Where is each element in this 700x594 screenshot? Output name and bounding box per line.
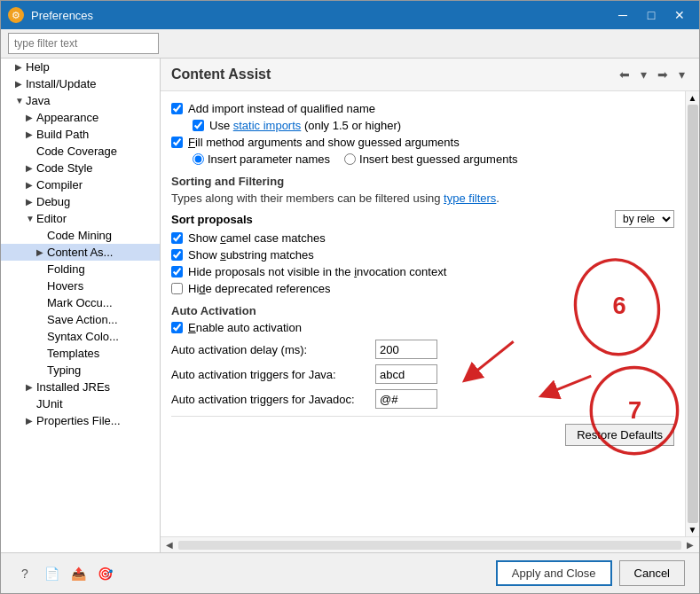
sidebar-item-properties-file[interactable]: ▶ Properties File... (1, 412, 160, 429)
sidebar-item-code-mining[interactable]: Code Mining (1, 227, 160, 244)
hide-deprecated-label: Hide deprecated references (188, 282, 330, 295)
restore-defaults-button[interactable]: Restore Defaults (565, 424, 674, 446)
sidebar-item-build-path[interactable]: ▶ Build Path (1, 126, 160, 143)
hide-deprecated-checkbox[interactable] (171, 283, 183, 294)
show-substring-label: Show substring matches (188, 248, 314, 262)
arrow-icon (36, 315, 47, 324)
triggers-javadoc-input[interactable] (375, 389, 437, 409)
arrow-icon (36, 348, 47, 358)
scroll-thumb[interactable] (688, 105, 698, 523)
triggers-java-input[interactable] (375, 364, 437, 384)
sorting-section-desc: Types along with their members can be fi… (171, 191, 674, 205)
sidebar-item-install-update[interactable]: ▶ Install/Update (1, 75, 160, 92)
static-imports-label: Use static imports (only 1.5 or higher) (209, 119, 401, 132)
radio-insert-params-input[interactable] (193, 153, 204, 165)
sidebar-item-mark-occurrences[interactable]: Mark Occu... (1, 294, 160, 311)
show-camel-checkbox[interactable] (171, 232, 183, 244)
right-scrollbar[interactable]: ▲ ▼ (685, 91, 699, 536)
sidebar-item-hovers[interactable]: Hovers (1, 277, 160, 294)
sidebar-item-syntax-coloring[interactable]: Syntax Colo... (1, 328, 160, 345)
radio-insert-params-label: Insert parameter names (208, 152, 330, 166)
radio-insert-guessed-input[interactable] (344, 153, 356, 165)
radio-insert-guessed-label: Insert best guessed arguments (359, 152, 518, 166)
sidebar-item-junit[interactable]: JUnit (1, 395, 160, 412)
help-icon-button[interactable]: ? (15, 564, 35, 583)
auto-activation-title: Auto Activation (171, 304, 674, 317)
enable-auto-label: Enable auto activation (188, 321, 302, 334)
footer-icons: ? 📄 📤 🎯 (15, 564, 114, 583)
add-import-label: Add import instead of qualified name (188, 102, 375, 115)
footer: ? 📄 📤 🎯 Apply and Close Cancel (1, 552, 699, 593)
substring-row: Show substring matches (171, 248, 674, 262)
window-title: Preferences (31, 9, 610, 22)
export-icon-button[interactable]: 📄 (42, 564, 61, 583)
sidebar-item-templates[interactable]: Templates (1, 345, 160, 362)
sidebar-item-content-assist[interactable]: ▶ Content As... (1, 244, 160, 261)
sidebar-item-code-style[interactable]: ▶ Code Style (1, 160, 160, 176)
arrow-icon: ▶ (15, 62, 26, 72)
sidebar-item-java[interactable]: ▼ Java (1, 92, 160, 109)
scroll-up-arrow[interactable]: ▲ (688, 93, 697, 103)
apply-close-button[interactable]: Apply and Close (496, 560, 612, 586)
add-import-checkbox[interactable] (171, 103, 183, 114)
triggers-javadoc-row: Auto activation triggers for Javadoc: (171, 389, 674, 409)
close-button[interactable]: ✕ (667, 6, 692, 24)
hide-proposals-label: Hide proposals not visible in the invoca… (188, 265, 446, 278)
arrow-icon: ▶ (26, 382, 36, 392)
forward-arrow[interactable]: ➡ (654, 66, 672, 83)
sort-proposals-label: Sort proposals (171, 213, 253, 226)
nav-dropdown[interactable]: ▾ (637, 66, 650, 83)
bottom-scrollbar[interactable]: ◀ ▶ (161, 536, 699, 552)
sidebar-item-folding[interactable]: Folding (1, 261, 160, 277)
delay-input[interactable] (375, 340, 437, 359)
back-arrow[interactable]: ⬅ (616, 66, 633, 83)
scroll-down-arrow[interactable]: ▼ (688, 525, 697, 535)
scroll-left-arrow[interactable]: ◀ (164, 540, 175, 550)
sidebar-item-editor[interactable]: ▼ Editor (1, 210, 160, 227)
delay-label: Auto activation delay (ms): (171, 343, 375, 356)
window-controls: ─ □ ✕ (610, 6, 692, 24)
sidebar-item-label: Java (26, 94, 50, 107)
sidebar-item-save-actions[interactable]: Save Action... (1, 311, 160, 328)
nav-dropdown2[interactable]: ▾ (675, 66, 688, 83)
body: ▶ Help ▶ Install/Update ▼ Java ▶ Appeara… (1, 59, 699, 552)
type-filters-link[interactable]: type filters (444, 191, 496, 205)
import-icon-button[interactable]: 📤 (68, 564, 88, 583)
maximize-button[interactable]: □ (639, 6, 664, 24)
radio-insert-params[interactable]: Insert parameter names (193, 152, 330, 166)
sidebar-item-label: Install/Update (26, 77, 97, 90)
sidebar-item-label: Build Path (36, 128, 89, 141)
sidebar-item-compiler[interactable]: ▶ Compiler (1, 176, 160, 193)
sidebar-item-label: Properties File... (36, 414, 121, 427)
minimize-button[interactable]: ─ (610, 6, 635, 24)
sidebar-item-label: Help (26, 60, 50, 74)
horizontal-scroll-track[interactable] (178, 541, 681, 550)
sort-combo[interactable]: by rele (615, 210, 674, 228)
scroll-right-arrow[interactable]: ▶ (685, 540, 696, 550)
radio-insert-guessed[interactable]: Insert best guessed arguments (344, 152, 518, 166)
sidebar-item-installed-jres[interactable]: ▶ Installed JREs (1, 379, 160, 395)
sidebar-item-typing[interactable]: Typing (1, 362, 160, 379)
app-icon: ⚙ (8, 7, 24, 23)
sidebar-item-debug[interactable]: ▶ Debug (1, 193, 160, 210)
static-imports-checkbox[interactable] (193, 120, 204, 131)
sidebar-item-label: Debug (36, 195, 70, 208)
hide-proposals-checkbox[interactable] (171, 266, 183, 277)
cancel-button[interactable]: Cancel (619, 560, 685, 586)
filter-input[interactable] (8, 33, 159, 54)
sidebar-item-appearance[interactable]: ▶ Appearance (1, 109, 160, 126)
sidebar-item-label: Hovers (47, 279, 83, 293)
enable-auto-checkbox[interactable] (171, 322, 183, 333)
show-substring-checkbox[interactable] (171, 249, 183, 261)
auto-activation-section: Auto Activation Enable auto activation A… (171, 304, 674, 409)
sort-proposals-row: Sort proposals by rele (171, 210, 674, 228)
arrow-icon: ▶ (26, 163, 36, 173)
static-imports-link[interactable]: static imports (233, 119, 302, 132)
show-camel-label: Show camel case matches (188, 231, 326, 245)
sidebar-item-code-coverage[interactable]: Code Coverage (1, 143, 160, 160)
settings-icon-button[interactable]: 🎯 (95, 564, 114, 583)
restore-row: Restore Defaults (171, 416, 674, 453)
sidebar-item-help[interactable]: ▶ Help (1, 59, 160, 75)
arrow-icon: ▶ (26, 129, 36, 139)
fill-method-checkbox[interactable] (171, 137, 183, 148)
